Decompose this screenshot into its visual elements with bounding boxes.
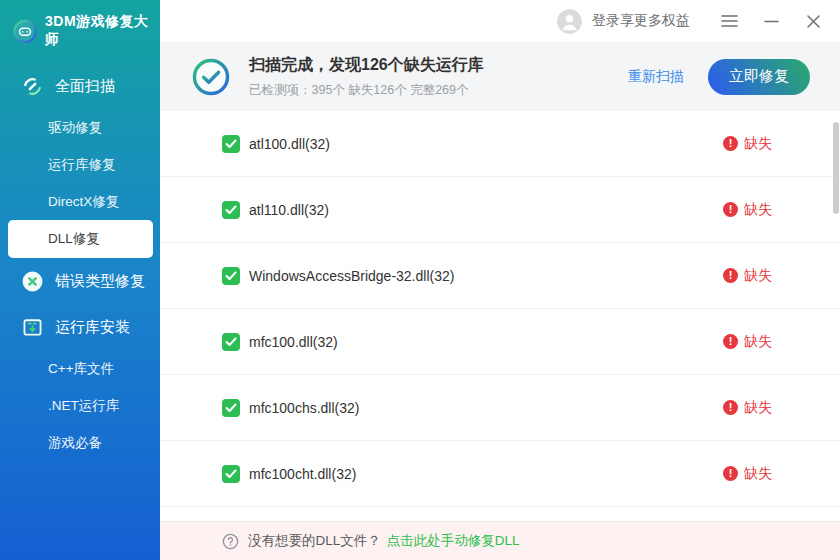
row-checkbox[interactable]	[222, 333, 240, 351]
status-badge: ! 缺失	[723, 135, 772, 153]
sidebar-item-label: 错误类型修复	[55, 272, 145, 291]
manual-repair-link[interactable]: 点击此处手动修复DLL	[387, 532, 520, 550]
status-badge: ! 缺失	[723, 201, 772, 219]
sidebar-item-runtime-repair[interactable]: 运行库修复	[0, 146, 160, 183]
sidebar-item-full-scan[interactable]: 全面扫描	[0, 63, 160, 109]
sidebar-item-label: 运行库修复	[48, 156, 116, 174]
minimize-icon[interactable]	[762, 12, 780, 30]
install-window-icon	[20, 315, 44, 339]
scan-result-detail: 已检测项：395个 缺失126个 完整269个	[249, 82, 484, 99]
exclamation-icon: !	[723, 136, 738, 151]
sidebar-item-label: C++库文件	[48, 360, 114, 378]
sidebar-item-game-essentials[interactable]: 游戏必备	[0, 424, 160, 461]
dll-name: atl100.dll(32)	[249, 136, 330, 152]
scrollbar-track[interactable]	[832, 111, 840, 521]
exclamation-icon: !	[723, 202, 738, 217]
status-badge: ! 缺失	[723, 267, 772, 285]
exclamation-icon: !	[723, 334, 738, 349]
scan-complete-icon	[192, 58, 230, 96]
dll-name: mfc100.dll(32)	[249, 334, 338, 350]
row-checkbox[interactable]	[222, 465, 240, 483]
table-row: WindowsAccessBridge-32.dll(32) ! 缺失	[160, 243, 840, 309]
table-row: mfc100cht.dll(32) ! 缺失	[160, 441, 840, 507]
question-icon	[222, 533, 239, 550]
sidebar-item-directx-repair[interactable]: DirectX修复	[0, 183, 160, 220]
scan-summary-texts: 扫描完成，发现126个缺失运行库 已检测项：395个 缺失126个 完整269个	[249, 55, 484, 99]
footer-question-text: 没有想要的DLL文件？	[248, 532, 381, 550]
sidebar-item-dll-repair[interactable]: DLL修复	[8, 220, 153, 258]
status-label: 缺失	[744, 135, 772, 153]
scrollbar-thumb[interactable]	[833, 122, 839, 214]
sidebar-item-cpp-libs[interactable]: C++库文件	[0, 350, 160, 387]
login-link[interactable]: 登录享更多权益	[592, 12, 690, 30]
close-icon[interactable]	[804, 12, 822, 30]
avatar[interactable]	[557, 9, 582, 34]
status-label: 缺失	[744, 267, 772, 285]
sidebar-nav: 全面扫描 驱动修复 运行库修复 DirectX修复 DLL修复	[0, 63, 160, 461]
menu-icon[interactable]	[720, 12, 738, 30]
sidebar: 3DM游戏修复大师 全面扫描 驱动修复 运行库修复 Di	[0, 0, 160, 560]
table-row: mfc100chs.dll(32) ! 缺失	[160, 375, 840, 441]
sidebar-item-label: 运行库安装	[55, 318, 130, 337]
manual-repair-footer: 没有想要的DLL文件？ 点击此处手动修复DLL	[160, 521, 840, 560]
status-label: 缺失	[744, 465, 772, 483]
scan-result-title: 扫描完成，发现126个缺失运行库	[249, 55, 484, 76]
sidebar-item-label: 驱动修复	[48, 119, 102, 137]
table-row: atl100.dll(32) ! 缺失	[160, 111, 840, 177]
row-checkbox[interactable]	[222, 267, 240, 285]
app-logo-row: 3DM游戏修复大师	[0, 0, 160, 49]
status-badge: ! 缺失	[723, 465, 772, 483]
status-label: 缺失	[744, 399, 772, 417]
sidebar-item-label: 全面扫描	[55, 77, 115, 96]
app-window: 3DM游戏修复大师 全面扫描 驱动修复 运行库修复 Di	[0, 0, 840, 560]
table-row: atl110.dll(32) ! 缺失	[160, 177, 840, 243]
sidebar-item-driver-repair[interactable]: 驱动修复	[0, 109, 160, 146]
table-row: mfc100.dll(32) ! 缺失	[160, 309, 840, 375]
scan-summary-banner: 扫描完成，发现126个缺失运行库 已检测项：395个 缺失126个 完整269个…	[160, 42, 840, 111]
fix-now-button[interactable]: 立即修复	[708, 59, 810, 95]
exclamation-icon: !	[723, 400, 738, 415]
exclamation-icon: !	[723, 466, 738, 481]
status-label: 缺失	[744, 333, 772, 351]
app-title: 3DM游戏修复大师	[45, 13, 160, 49]
dll-name: mfc100chs.dll(32)	[249, 400, 360, 416]
exclamation-icon: !	[723, 268, 738, 283]
status-badge: ! 缺失	[723, 333, 772, 351]
row-checkbox[interactable]	[222, 135, 240, 153]
sidebar-item-runtime-install[interactable]: 运行库安装	[0, 304, 160, 350]
status-label: 缺失	[744, 201, 772, 219]
dll-name: atl110.dll(32)	[249, 202, 329, 218]
app-logo-icon	[13, 19, 37, 43]
main-area: 登录享更多权益	[160, 0, 840, 560]
sidebar-item-label: DLL修复	[48, 230, 100, 248]
sidebar-item-label: 游戏必备	[48, 434, 102, 452]
dll-name: mfc100cht.dll(32)	[249, 466, 356, 482]
row-checkbox[interactable]	[222, 399, 240, 417]
sidebar-item-label: DirectX修复	[48, 193, 119, 211]
scan-wrench-icon	[20, 74, 44, 98]
status-badge: ! 缺失	[723, 399, 772, 417]
titlebar: 登录享更多权益	[160, 0, 840, 42]
dll-name: WindowsAccessBridge-32.dll(32)	[249, 268, 454, 284]
sidebar-item-dotnet-runtime[interactable]: .NET运行库	[0, 387, 160, 424]
row-checkbox[interactable]	[222, 201, 240, 219]
x-circle-icon	[20, 269, 44, 293]
banner-actions: 重新扫描 立即修复	[628, 59, 810, 95]
dll-list: atl100.dll(32) ! 缺失 atl110.dll(32) ! 缺失	[160, 111, 840, 521]
rescan-link[interactable]: 重新扫描	[628, 68, 684, 86]
sidebar-item-label: .NET运行库	[48, 397, 119, 415]
sidebar-item-error-type-repair[interactable]: 错误类型修复	[0, 258, 160, 304]
